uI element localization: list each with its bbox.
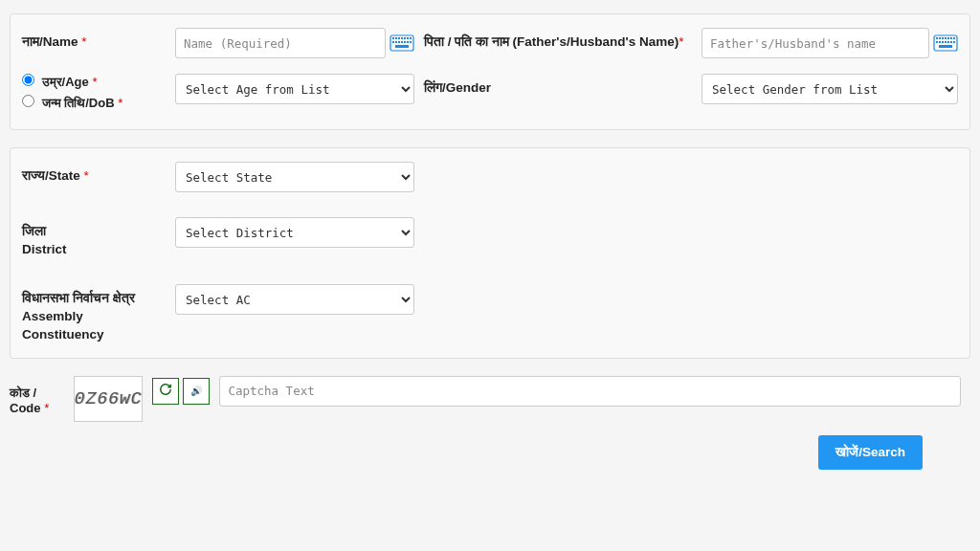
search-button[interactable]: खोजें/Search (818, 435, 923, 470)
svg-rect-10 (398, 41, 400, 43)
svg-rect-20 (945, 37, 947, 39)
svg-rect-11 (401, 41, 403, 43)
svg-rect-28 (947, 41, 949, 43)
ac-select[interactable]: Select AC (175, 284, 414, 315)
svg-rect-26 (942, 41, 944, 43)
gender-select[interactable]: Select Gender from List (702, 74, 958, 104)
personal-details-panel: नाम/Name * पिता / पति का नाम (Father's/H… (10, 13, 970, 130)
svg-rect-9 (395, 41, 397, 43)
speaker-icon: 🔊 (190, 386, 202, 396)
age-radio-label[interactable]: उम्र/Age * (22, 74, 175, 91)
refresh-captcha-button[interactable] (152, 378, 179, 405)
svg-rect-31 (939, 45, 952, 48)
name-input[interactable] (175, 28, 386, 58)
location-panel: राज्य/State * Select State जिलाDistrict … (10, 147, 970, 358)
name-label: नाम/Name * (22, 28, 175, 52)
dob-radio[interactable] (22, 95, 34, 107)
svg-rect-8 (392, 41, 394, 43)
svg-rect-13 (407, 41, 409, 43)
svg-rect-19 (942, 37, 944, 39)
svg-rect-7 (410, 37, 412, 39)
svg-rect-17 (936, 37, 938, 39)
state-select[interactable]: Select State (175, 162, 414, 192)
svg-rect-18 (939, 37, 941, 39)
state-label: राज्य/State * (22, 162, 175, 186)
refresh-icon (159, 383, 172, 399)
keyboard-icon[interactable] (390, 34, 414, 52)
svg-rect-12 (404, 41, 406, 43)
svg-rect-29 (950, 41, 952, 43)
keyboard-icon[interactable] (933, 34, 958, 52)
svg-rect-4 (401, 37, 403, 39)
svg-rect-24 (936, 41, 938, 43)
svg-rect-25 (939, 41, 941, 43)
svg-rect-3 (398, 37, 400, 39)
svg-rect-5 (404, 37, 406, 39)
svg-rect-2 (395, 37, 397, 39)
svg-rect-30 (953, 41, 955, 43)
svg-rect-15 (395, 45, 409, 48)
svg-rect-6 (407, 37, 409, 39)
age-radio[interactable] (22, 74, 34, 86)
gender-label: लिंग/Gender (414, 74, 702, 98)
svg-rect-14 (410, 41, 412, 43)
svg-rect-1 (392, 37, 394, 39)
captcha-row: कोड / Code * 0Z66wC 🔊 (10, 376, 970, 422)
svg-rect-27 (945, 41, 947, 43)
dob-radio-label[interactable]: जन्म तिथि/DoB * (22, 95, 175, 112)
captcha-input[interactable] (219, 376, 961, 407)
svg-rect-21 (947, 37, 949, 39)
svg-rect-22 (950, 37, 952, 39)
father-label: पिता / पति का नाम (Father's/Husband's Na… (414, 28, 702, 52)
age-gender-row: उम्र/Age * जन्म तिथि/DoB * Select Age fr… (22, 74, 958, 116)
district-select[interactable]: Select District (175, 217, 414, 248)
father-name-input[interactable] (702, 28, 929, 58)
code-label: कोड / Code * (10, 376, 64, 415)
district-label: जिलाDistrict (22, 217, 175, 259)
age-select[interactable]: Select Age from List (175, 74, 414, 104)
captcha-image: 0Z66wC (74, 376, 144, 422)
svg-rect-23 (953, 37, 955, 39)
ac-label: विधानसभा निर्वाचन क्षेत्रAssemblyConstit… (22, 284, 175, 344)
audio-captcha-button[interactable]: 🔊 (183, 378, 210, 405)
name-row: नाम/Name * पिता / पति का नाम (Father's/H… (22, 28, 958, 58)
